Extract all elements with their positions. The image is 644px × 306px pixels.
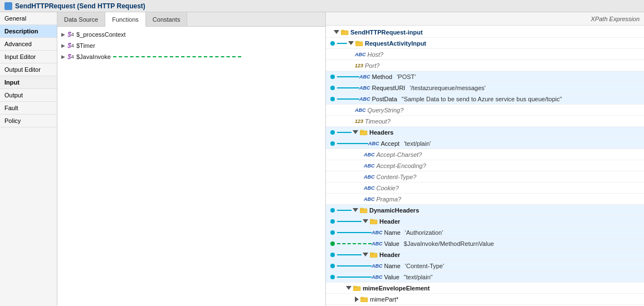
sidebar-item-policy[interactable]: Policy — [0, 115, 57, 127]
tab-functions[interactable]: Functions — [105, 12, 146, 27]
sidebar-item-input-editor[interactable]: Input Editor — [0, 51, 57, 63]
right-row-timeout[interactable]: 123 Timeout? — [326, 116, 644, 127]
right-row-headers[interactable]: Headers — [326, 127, 644, 138]
right-row-name-content-type[interactable]: ABC Name 'Content-Type' — [326, 260, 644, 272]
right-row-value-text-plain[interactable]: ABC Value "text/plain" — [326, 272, 644, 283]
right-row-mime-part[interactable]: mimePart* — [326, 294, 644, 305]
right-row-accept-encoding[interactable]: ABC Accept-Encoding? — [326, 160, 644, 171]
right-row-pragma[interactable]: ABC Pragma? — [326, 194, 644, 205]
sidebar: General Description Advanced Input Edito… — [0, 12, 57, 306]
right-row-dynamic-headers[interactable]: DynamicHeaders — [326, 205, 644, 216]
svg-rect-13 — [353, 286, 357, 288]
svg-rect-1 — [341, 30, 344, 32]
right-row-port[interactable]: 123 Port? — [326, 60, 644, 71]
tree-item-java-invoke[interactable]: ▶ $ 4 $JavaInvoke — [57, 51, 325, 62]
right-row-name-authorization[interactable]: ABC Name 'Authorization' — [326, 227, 644, 238]
sidebar-item-output[interactable]: Output — [0, 89, 57, 102]
right-row-value-java-invoke[interactable]: ABC Value $JavaInvoke/MethodReturnValue — [326, 238, 644, 249]
right-row-accept[interactable]: ABC Accept 'text/plain' — [326, 138, 644, 149]
tab-data-source[interactable]: Data Source — [57, 12, 105, 26]
right-row-post-data[interactable]: ABC PostData "Sample Data to be send to … — [326, 93, 644, 105]
title-icon — [4, 2, 12, 10]
right-row-content-type-optional[interactable]: ABC Content-Type? — [326, 171, 644, 182]
sidebar-item-output-editor[interactable]: Output Editor — [0, 63, 57, 76]
right-row-host[interactable]: ABC Host? — [326, 49, 644, 60]
right-row-sendhttp-input[interactable]: SendHTTPRequest-input — [326, 27, 644, 38]
svg-rect-5 — [360, 130, 363, 132]
svg-rect-3 — [355, 41, 359, 43]
title-bar: SendHTTPRequest (Send HTTP Request) — [0, 0, 644, 12]
right-row-header1[interactable]: Header — [326, 216, 644, 227]
sidebar-item-general[interactable]: General — [0, 12, 57, 25]
right-row-accept-charset[interactable]: ABC Accept-Charset? — [326, 149, 644, 160]
right-row-method[interactable]: ABC Method 'POST' — [326, 71, 644, 82]
sidebar-item-description[interactable]: Description — [0, 25, 57, 38]
right-row-header2[interactable]: Header — [326, 249, 644, 260]
right-header: XPath Expression — [326, 12, 644, 26]
window-title: SendHTTPRequest (Send HTTP Request) — [15, 2, 145, 10]
tree-item-process-context[interactable]: ▶ $ 4 $_processContext — [57, 29, 325, 40]
tab-bar: Data Source Functions Constants — [57, 12, 325, 27]
sidebar-item-advanced[interactable]: Advanced — [0, 38, 57, 51]
tab-constants[interactable]: Constants — [146, 12, 188, 26]
svg-rect-11 — [370, 253, 373, 254]
right-row-request-activity-input[interactable]: RequestActivityInput — [326, 38, 644, 49]
right-row-mime-envelope[interactable]: mimeEnvelopeElement — [326, 283, 644, 294]
middle-tree: ▶ $ 4 $_processContext ▶ $ 4 $Timer ▶ — [57, 27, 325, 306]
right-row-query-string[interactable]: ABC QueryString? — [326, 105, 644, 116]
tree-item-timer[interactable]: ▶ $ 4 $Timer — [57, 40, 325, 51]
right-row-cookie[interactable]: ABC Cookie? — [326, 182, 644, 194]
right-row-request-uri[interactable]: ABC RequestURI '/testazurequeue/messages… — [326, 82, 644, 93]
svg-rect-15 — [360, 297, 364, 299]
sidebar-item-fault[interactable]: Fault — [0, 102, 57, 115]
middle-panel: Data Source Functions Constants ▶ $ 4 $_… — [57, 12, 326, 306]
svg-rect-9 — [370, 219, 373, 221]
sidebar-item-input[interactable]: Input — [0, 76, 57, 89]
right-tree: SendHTTPRequest-input RequestActivityInp… — [326, 26, 644, 306]
right-panel: XPath Expression SendHTTPRequest-input — [326, 12, 644, 306]
svg-rect-7 — [360, 208, 363, 210]
